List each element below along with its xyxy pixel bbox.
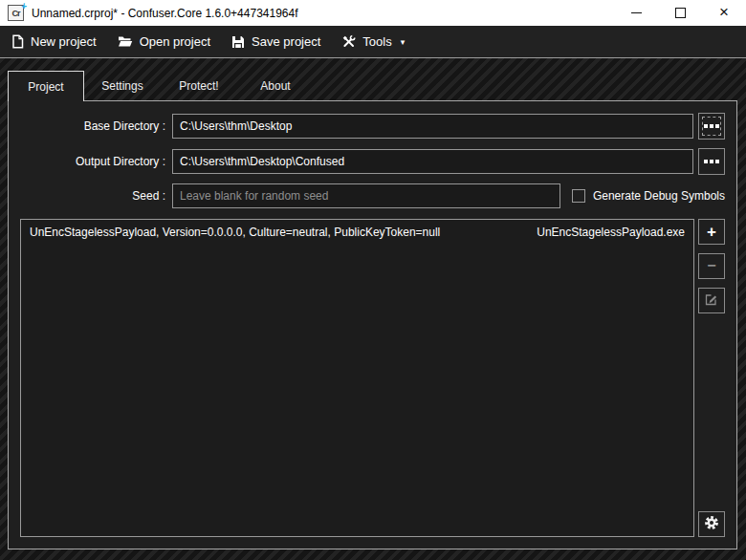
project-tab-panel: Base Directory : Output Directory : Seed… <box>8 100 737 549</box>
close-icon: × <box>719 4 729 20</box>
app-icon-plus-badge: + <box>21 1 27 11</box>
maximize-icon <box>675 8 686 18</box>
module-assembly-name: UnEncStagelessPayload, Version=0.0.0.0, … <box>30 226 440 239</box>
app-icon-text: Cr <box>11 9 19 18</box>
open-project-label: Open project <box>140 34 210 49</box>
new-project-label: New project <box>31 34 97 49</box>
window-title: Unnamed.crproj* - Confuser.Core 1.6.0+44… <box>32 7 298 20</box>
titlebar: Cr + Unnamed.crproj* - Confuser.Core 1.6… <box>0 0 746 26</box>
app-icon: Cr + <box>8 5 24 21</box>
output-directory-browse-button[interactable] <box>698 148 725 175</box>
advanced-settings-button[interactable] <box>698 511 725 537</box>
modules-section: UnEncStagelessPayload, Version=0.0.0.0, … <box>20 219 725 537</box>
modules-listbox[interactable]: UnEncStagelessPayload, Version=0.0.0.0, … <box>20 219 694 537</box>
minimize-icon <box>631 12 642 13</box>
ellipsis-icon <box>710 124 713 128</box>
minus-icon: − <box>707 258 715 273</box>
tab-strip: Project Settings Protect! About <box>8 71 746 100</box>
generate-debug-symbols-checkbox[interactable]: Generate Debug Symbols <box>572 189 725 203</box>
output-directory-row: Output Directory : <box>20 148 725 175</box>
new-project-button[interactable]: New project <box>2 29 106 54</box>
tools-label: Tools <box>362 34 391 49</box>
plus-icon: + <box>707 224 716 240</box>
output-directory-input[interactable] <box>172 149 693 174</box>
module-file-name: UnEncStagelessPayload.exe <box>537 226 685 239</box>
output-directory-label: Output Directory : <box>20 155 172 168</box>
save-project-button[interactable]: Save project <box>222 29 330 54</box>
confuserex-window: Cr + Unnamed.crproj* - Confuser.Core 1.6… <box>0 0 746 560</box>
window-controls: × <box>614 0 746 26</box>
ellipsis-icon <box>710 160 713 163</box>
generate-debug-symbols-label: Generate Debug Symbols <box>593 189 725 203</box>
maximize-button[interactable] <box>658 0 702 26</box>
remove-module-button[interactable]: − <box>698 253 725 279</box>
base-directory-label: Base Directory : <box>20 119 172 133</box>
add-module-button[interactable]: + <box>698 219 725 245</box>
tab-settings[interactable]: Settings <box>84 71 161 100</box>
seed-input[interactable] <box>172 183 560 208</box>
seed-label: Seed : <box>20 189 172 203</box>
edit-module-button[interactable] <box>698 288 725 313</box>
close-button[interactable]: × <box>702 0 746 26</box>
chevron-down-icon: ▾ <box>401 37 406 47</box>
toolbar: New project Open project Save project <box>0 26 746 58</box>
seed-row: Seed : Generate Debug Symbols <box>20 183 725 208</box>
checkbox-icon[interactable] <box>572 189 585 203</box>
gear-icon <box>704 515 719 533</box>
edit-icon <box>705 292 718 309</box>
tab-project[interactable]: Project <box>8 71 84 101</box>
tab-about[interactable]: About <box>237 71 314 100</box>
main-area: Project Settings Protect! About Base Dir… <box>0 58 746 560</box>
open-project-button[interactable]: Open project <box>108 29 220 54</box>
module-list-item[interactable]: UnEncStagelessPayload, Version=0.0.0.0, … <box>22 222 692 242</box>
tools-menu-button[interactable]: Tools ▾ <box>332 29 414 54</box>
base-directory-input[interactable] <box>172 114 693 139</box>
module-actions-column: + − <box>698 219 725 537</box>
new-document-icon <box>11 34 24 49</box>
tools-icon <box>341 34 356 49</box>
save-floppy-icon <box>231 35 245 49</box>
tab-protect[interactable]: Protect! <box>161 71 237 100</box>
save-project-label: Save project <box>252 34 320 49</box>
minimize-button[interactable] <box>614 0 658 26</box>
base-directory-row: Base Directory : <box>20 113 725 140</box>
open-folder-icon <box>118 35 133 48</box>
base-directory-browse-button[interactable] <box>698 113 725 140</box>
